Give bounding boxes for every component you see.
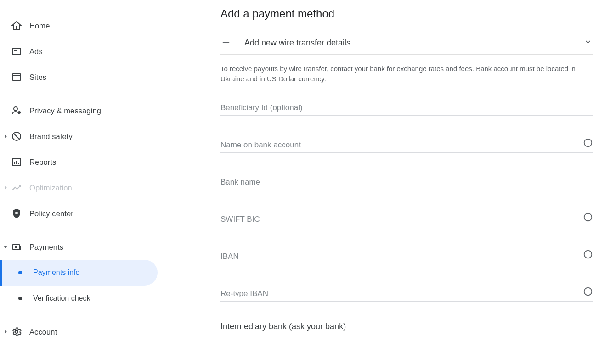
sites-icon [11,72,29,83]
ads-icon [11,46,29,57]
sidebar-label-ads: Ads [29,47,43,56]
sidebar-item-home[interactable]: Home [0,13,165,39]
expand-icon [3,244,8,250]
sidebar-label-sites: Sites [29,73,46,82]
sidebar-sublabel-verification: Verification check [33,294,90,302]
svg-rect-2 [12,74,21,80]
sidebar-label-payments: Payments [29,243,63,252]
field-bank-name [220,173,593,190]
sidebar-sublabel-payments-info: Payments info [33,269,79,277]
beneficiary-id-input[interactable] [220,99,593,116]
sidebar-item-brand-safety[interactable]: Brand safety [0,123,165,149]
field-beneficiary-id [220,99,593,116]
info-icon[interactable] [583,249,593,259]
svg-rect-19 [588,140,588,141]
field-iban [220,247,593,264]
sidebar-label-reports: Reports [29,158,56,167]
bank-name-input[interactable] [220,173,593,190]
svg-rect-9 [14,162,15,164]
svg-rect-22 [588,214,588,215]
retype-iban-input[interactable] [220,285,593,302]
sidebar-item-policy-center[interactable]: Policy center [0,201,165,226]
svg-rect-28 [588,289,588,290]
sidebar-item-privacy[interactable]: Privacy & messaging [0,98,165,123]
svg-rect-18 [588,142,588,145]
bullet-icon [18,271,22,274]
sidebar-item-account[interactable]: Account [0,319,165,345]
field-swift-bic [220,210,593,227]
svg-rect-27 [588,291,588,293]
field-name-on-account [220,136,593,153]
privacy-icon [11,105,29,116]
sidebar-item-payments[interactable]: Payments [0,234,165,260]
sidebar-item-reports[interactable]: Reports [0,149,165,175]
policy-center-icon [11,208,29,219]
svg-point-16 [15,330,18,333]
svg-rect-24 [588,253,588,256]
reports-icon [11,157,29,168]
svg-point-5 [18,111,21,114]
info-icon[interactable] [583,212,593,222]
sidebar-item-ads[interactable]: Ads [0,39,165,64]
sidebar[interactable]: Home Ads Sites Privacy & messaging [0,0,165,364]
account-icon [11,326,29,337]
svg-rect-21 [588,216,588,219]
intermediary-bank-heading: Intermediary bank (ask your bank) [220,322,593,331]
sidebar-label-account: Account [29,328,57,336]
sidebar-item-optimization: Optimization [0,175,165,201]
svg-rect-1 [14,50,17,51]
sidebar-label-policy: Policy center [29,209,73,218]
page-title: Add a payment method [220,7,593,20]
svg-rect-10 [16,161,17,164]
brand-safety-icon [11,131,29,142]
main-content: Add a payment method Add new wire transf… [165,0,616,364]
expand-icon [3,329,8,335]
home-icon [11,20,29,31]
sidebar-label-optimization: Optimization [29,184,72,192]
sidebar-item-sites[interactable]: Sites [0,64,165,90]
info-icon[interactable] [583,138,593,148]
payments-icon [11,241,29,252]
expand-icon [3,134,8,139]
info-text: To receive payouts by wire transfer, con… [220,64,593,84]
plus-icon [220,37,232,48]
chevron-down-icon [583,37,593,49]
section-toggle-wire-transfer[interactable]: Add new wire transfer details [220,31,593,55]
name-on-account-input[interactable] [220,136,593,153]
svg-rect-25 [588,252,588,252]
sidebar-label-home: Home [29,22,50,30]
svg-line-7 [14,134,19,139]
swift-bic-input[interactable] [220,210,593,227]
sidebar-subitem-verification-check[interactable]: Verification check [0,286,165,311]
info-icon[interactable] [583,286,593,297]
bullet-icon [18,297,22,300]
sidebar-subitem-payments-info[interactable]: Payments info [0,260,158,286]
svg-point-15 [15,246,17,248]
expand-icon [3,185,8,190]
section-title: Add new wire transfer details [244,38,350,48]
iban-input[interactable] [220,247,593,264]
field-retype-iban [220,285,593,302]
optimization-icon [11,182,29,193]
svg-point-13 [16,213,17,213]
svg-rect-11 [18,163,19,164]
svg-point-4 [14,107,17,111]
sidebar-label-privacy: Privacy & messaging [29,106,101,115]
sidebar-label-brand-safety: Brand safety [29,132,73,141]
